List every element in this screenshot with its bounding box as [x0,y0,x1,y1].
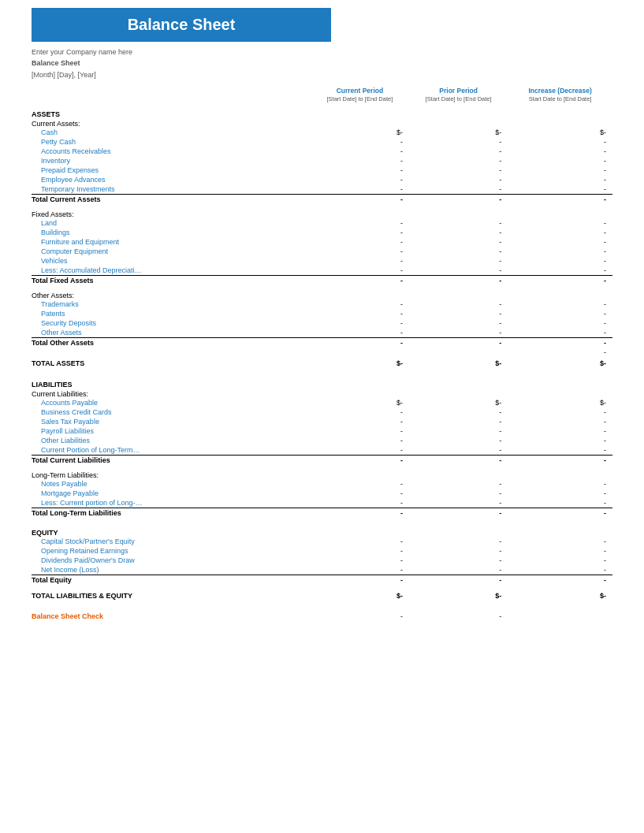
other-assets-header: Other Assets: [32,290,612,299]
increase-dates-header: Start Date to [End Date] [529,95,592,102]
list-item: Payroll Liabilities - - - [32,426,612,436]
list-item: Cash $- $- $- [32,128,612,137]
list-item: Land - - - [32,218,612,228]
list-item: Current Portion of Long-Term… - - - [32,445,612,456]
list-item: Inventory - - - [32,156,612,165]
list-item: Notes Payable - - - [32,479,612,489]
list-item: Less: Current portion of Long-… - - - [32,498,612,508]
list-item: Capital Stock/Partner's Equity - - - [32,537,612,546]
total-fixed-assets-row: Total Fixed Assets - - - [32,276,612,286]
fixed-assets-header: Fixed Assets: [32,209,612,218]
list-item: Other Assets - - - [32,328,612,338]
assets-section-header: ASSETS [32,104,612,118]
title-bar: Balance Sheet [32,8,331,42]
current-liabilities-header: Current Liabilities: [32,389,612,398]
column-headers: Current Period [Start Date] to [End Date… [32,87,612,104]
list-item: Computer Equipment - - - [32,247,612,256]
total-longterm-liabilities-row: Total Long-Term Liabilities - - - [32,508,612,519]
list-item: Patents - - - [32,309,612,318]
total-other-assets-row: Total Other Assets - - - [32,338,612,348]
sheet-label: Balance Sheet [32,58,612,69]
page-title: Balance Sheet [128,16,236,33]
list-item: Security Deposits - - - [32,318,612,328]
list-item: Accounts Receivables - - - [32,147,612,156]
spacer-value: - [32,348,612,357]
list-item: Employee Advances - - - [32,175,612,184]
increase-header: Increase (Decrease) [528,87,591,95]
list-item: Trademarks - - - [32,299,612,309]
sheet-date: [Month] [Day], [Year] [32,69,612,80]
total-assets-row: TOTAL ASSETS $- $- $- [32,357,612,370]
prior-period-header: Prior Period [439,87,478,95]
list-item: Mortgage Payable - - - [32,489,612,498]
list-item: Dividends Paid/Owner's Draw - - - [32,556,612,565]
prior-dates-header: [Start Date] to [End Date] [426,95,492,102]
list-item: Temporary Investments - - - [32,184,612,195]
list-item: Less: Accumulated Depreciati… - - - [32,266,612,276]
list-item: Accounts Payable $- $- $- [32,398,612,407]
company-info: Enter your Company name here Balance She… [32,46,612,80]
equity-section-header: EQUITY [32,522,612,537]
list-item: Furniture and Equipment - - - [32,237,612,247]
current-period-header: Current Period [337,87,384,95]
list-item: Business Credit Cards - - - [32,407,612,417]
list-item: Opening Retained Earnings - - - [32,546,612,556]
longterm-liabilities-header: Long-Term Liabilities: [32,470,612,479]
total-equity-row: Total Equity - - - [32,575,612,586]
total-current-assets-row: Total Current Assets - - - [32,195,612,205]
liabilities-section-header: LIABILITIES [32,374,612,389]
total-current-liabilities-row: Total Current Liabilities - - - [32,456,612,466]
list-item: Net Income (Loss) - - - [32,565,612,575]
balance-check-row: Balance Sheet Check - - [32,612,612,621]
list-item: Buildings - - - [32,228,612,237]
list-item: Sales Tax Payable - - - [32,417,612,426]
list-item: Petty Cash - - - [32,137,612,147]
company-name: Enter your Company name here [32,46,612,58]
current-assets-header: Current Assets: [32,118,612,128]
list-item: Prepaid Expenses - - - [32,165,612,175]
list-item: Other Liabilities - - - [32,436,612,445]
current-dates-header: [Start Date] to [End Date] [326,95,393,102]
total-liabilities-equity-row: TOTAL LIABILITIES & EQUITY $- $- $- [32,589,612,602]
list-item: Vehicles - - - [32,256,612,266]
